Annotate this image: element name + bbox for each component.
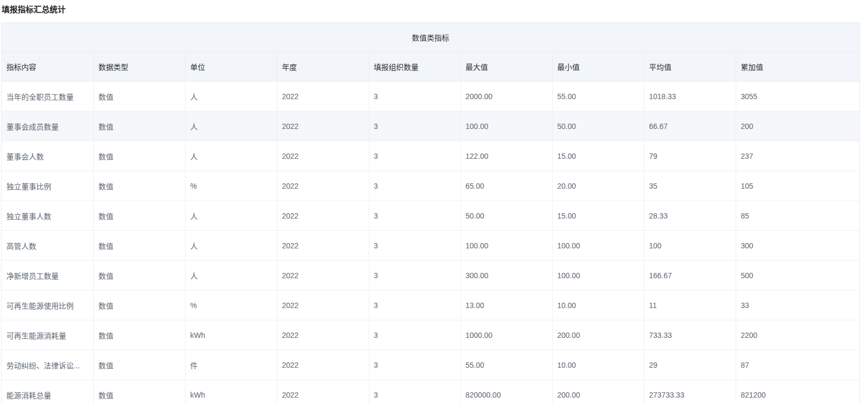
cell: 数值: [93, 141, 185, 171]
cell: 3: [369, 111, 460, 141]
table-row[interactable]: 能源消耗总量数值kWh20223820000.00200.00273733.33…: [2, 380, 859, 404]
cell: 100.00: [460, 231, 552, 261]
cell: 净新增员工数量: [2, 261, 93, 290]
table-row[interactable]: 可再生能源消耗量数值kWh202231000.00200.00733.33220…: [2, 320, 859, 350]
cell: 100.00: [460, 111, 552, 141]
cell: 100.00: [552, 261, 644, 290]
column-header-8: 累加值: [736, 52, 859, 82]
cell: 85: [736, 201, 859, 231]
cell: 人: [185, 261, 277, 290]
cell: 数值: [93, 111, 185, 141]
cell: 数值: [93, 380, 185, 404]
cell: 数值: [93, 201, 185, 231]
cell: 数值: [93, 261, 185, 290]
cell: 人: [185, 111, 277, 141]
cell: 2022: [277, 320, 369, 350]
table-row[interactable]: 当年的全职员工数量数值人202232000.0055.001018.333055: [2, 82, 859, 111]
cell: 独立董事比例: [2, 171, 93, 201]
cell: 55.00: [552, 82, 644, 111]
cell: 3: [369, 231, 460, 261]
cell: 人: [185, 141, 277, 171]
cell: 人: [185, 201, 277, 231]
table-row[interactable]: 独立董事人数数值人2022350.0015.0028.3385: [2, 201, 859, 231]
cell: 3: [369, 290, 460, 320]
cell: 3: [369, 350, 460, 380]
cell: 200: [736, 111, 859, 141]
cell: 数值: [93, 320, 185, 350]
cell: 2200: [736, 320, 859, 350]
cell: 人: [185, 82, 277, 111]
cell: 3: [369, 141, 460, 171]
column-header-3: 年度: [277, 52, 369, 82]
cell: 28.33: [644, 201, 736, 231]
column-header-1: 数据类型: [93, 52, 185, 82]
cell: 能源消耗总量: [2, 380, 93, 404]
cell: 55.00: [460, 350, 552, 380]
cell: 13.00: [460, 290, 552, 320]
cell: 1018.33: [644, 82, 736, 111]
table-row[interactable]: 董事会成员数量数值人20223100.0050.0066.67200: [2, 111, 859, 141]
cell: 66.67: [644, 111, 736, 141]
cell: 数值: [93, 290, 185, 320]
column-header-7: 平均值: [644, 52, 736, 82]
cell: 15.00: [552, 201, 644, 231]
table-column-header-row: 指标内容数据类型单位年度填报组织数量最大值最小值平均值累加值: [2, 52, 859, 82]
cell: 100.00: [552, 231, 644, 261]
cell: 273733.33: [644, 380, 736, 404]
cell: 50.00: [460, 201, 552, 231]
cell: 10.00: [552, 290, 644, 320]
cell: 数值: [93, 231, 185, 261]
numeric-indicators-table: 数值类指标 指标内容数据类型单位年度填报组织数量最大值最小值平均值累加值 当年的…: [2, 23, 859, 404]
table-row[interactable]: 可再生能源使用比例数值%2022313.0010.001133: [2, 290, 859, 320]
cell: 当年的全职员工数量: [2, 82, 93, 111]
cell: 数值: [93, 350, 185, 380]
cell: 733.33: [644, 320, 736, 350]
cell: 3: [369, 82, 460, 111]
table-row[interactable]: 高管人数数值人20223100.00100.00100300: [2, 231, 859, 261]
cell: kWh: [185, 380, 277, 404]
table-row[interactable]: 董事会人数数值人20223122.0015.0079237: [2, 141, 859, 171]
summary-table: 数值类指标 指标内容数据类型单位年度填报组织数量最大值最小值平均值累加值 当年的…: [1, 22, 860, 404]
cell: 3: [369, 261, 460, 290]
table-group-header: 数值类指标: [2, 23, 859, 52]
cell: 100: [644, 231, 736, 261]
column-header-0: 指标内容: [2, 52, 93, 82]
cell: 79: [644, 141, 736, 171]
cell: 122.00: [460, 141, 552, 171]
cell: 2000.00: [460, 82, 552, 111]
cell: 33: [736, 290, 859, 320]
cell: 董事会成员数量: [2, 111, 93, 141]
cell: 2022: [277, 141, 369, 171]
cell: 高管人数: [2, 231, 93, 261]
cell: 105: [736, 171, 859, 201]
table-row[interactable]: 净新增员工数量数值人20223300.00100.00166.67500: [2, 261, 859, 290]
cell: 3: [369, 171, 460, 201]
page-title: 填报指标汇总统计: [2, 4, 868, 15]
cell: 300.00: [460, 261, 552, 290]
cell: 2022: [277, 201, 369, 231]
cell: 数值: [93, 171, 185, 201]
cell: 1000.00: [460, 320, 552, 350]
cell: 10.00: [552, 350, 644, 380]
cell: 65.00: [460, 171, 552, 201]
cell: 件: [185, 350, 277, 380]
table-row[interactable]: 劳动纠纷、法律诉讼...数值件2022355.0010.002987: [2, 350, 859, 380]
cell: 可再生能源消耗量: [2, 320, 93, 350]
cell: 可再生能源使用比例: [2, 290, 93, 320]
cell: 200.00: [552, 320, 644, 350]
cell: 3055: [736, 82, 859, 111]
cell: 2022: [277, 350, 369, 380]
cell: 15.00: [552, 141, 644, 171]
cell: kWh: [185, 320, 277, 350]
cell: 35: [644, 171, 736, 201]
cell: 2022: [277, 111, 369, 141]
cell: 11: [644, 290, 736, 320]
cell: %: [185, 171, 277, 201]
table-row[interactable]: 独立董事比例数值%2022365.0020.0035105: [2, 171, 859, 201]
cell: 821200: [736, 380, 859, 404]
cell: 2022: [277, 290, 369, 320]
cell: 2022: [277, 380, 369, 404]
cell: 独立董事人数: [2, 201, 93, 231]
column-header-5: 最大值: [460, 52, 552, 82]
cell: 3: [369, 380, 460, 404]
